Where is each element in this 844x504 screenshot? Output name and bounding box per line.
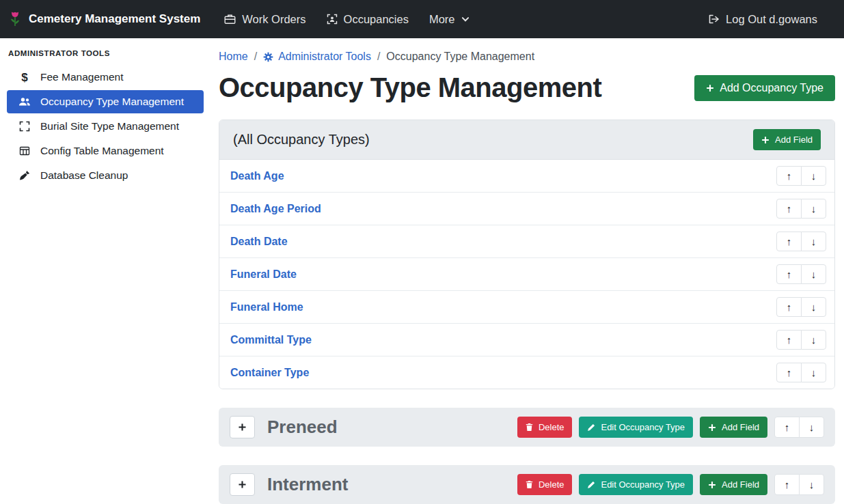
plus-icon (708, 481, 716, 489)
sidebar-header: ADMINISTRATOR TOOLS (0, 41, 210, 66)
delete-button[interactable]: Delete (517, 474, 573, 495)
brand[interactable]: Cemetery Management System (8, 11, 200, 27)
breadcrumb-admin-tools-link[interactable]: Administrator Tools (263, 51, 371, 63)
move-down-button[interactable]: ↓ (801, 232, 826, 251)
arrow-up-icon: ↑ (787, 171, 792, 181)
sidebar-item-fee-management[interactable]: $ Fee Management (7, 66, 204, 89)
breadcrumb-separator: / (377, 51, 380, 63)
trash-icon (526, 423, 533, 432)
reorder-group: ↑ ↓ (776, 264, 826, 284)
arrow-down-icon: ↓ (811, 367, 817, 378)
move-up-button[interactable]: ↑ (776, 363, 802, 382)
field-link[interactable]: Container Type (230, 367, 309, 379)
move-up-button[interactable]: ↑ (776, 166, 802, 186)
move-down-button[interactable]: ↓ (801, 199, 826, 219)
nav-work-orders[interactable]: Work Orders (214, 8, 316, 31)
chevron-down-icon (461, 15, 469, 23)
expand-plus-icon (238, 480, 247, 489)
edit-occupancy-type-button[interactable]: Edit Occupancy Type (579, 417, 693, 438)
add-occupancy-type-button[interactable]: Add Occupancy Type (694, 75, 835, 101)
move-down-button[interactable]: ↓ (801, 330, 826, 350)
dollar-icon: $ (18, 72, 31, 83)
move-up-button[interactable]: ↑ (776, 297, 802, 317)
nav-right: Log Out d.gowans (698, 8, 828, 31)
arrow-down-icon: ↓ (811, 171, 817, 181)
plus-icon (761, 136, 770, 144)
field-link[interactable]: Death Age (230, 170, 284, 182)
field-link[interactable]: Committal Type (230, 334, 312, 346)
arrow-up-icon: ↑ (787, 367, 792, 378)
move-down-button[interactable]: ↓ (801, 297, 826, 317)
arrow-up-icon: ↑ (787, 269, 792, 279)
gear-icon (263, 52, 273, 62)
edit-occupancy-type-button[interactable]: Edit Occupancy Type (579, 474, 693, 495)
field-link[interactable]: Death Date (230, 236, 288, 248)
section-title: Preneed (267, 417, 338, 438)
move-down-button[interactable]: ↓ (801, 363, 826, 382)
field-link[interactable]: Death Age Period (230, 203, 321, 215)
expand-plus-icon (238, 423, 247, 432)
sidebar-item-occupancy-type-management[interactable]: Occupancy Type Management (7, 90, 204, 113)
arrow-down-icon: ↓ (811, 204, 817, 214)
reorder-group: ↑ ↓ (774, 417, 824, 438)
main-content: Home / Administrator Tools / Occupancy T… (210, 38, 844, 504)
add-field-button[interactable]: Add Field (700, 474, 767, 495)
occupancies-icon (327, 14, 338, 25)
users-icon (18, 96, 31, 107)
section-actions: Delete Edit Occupancy Type Add Field ↑ ↓ (517, 474, 824, 495)
add-field-button[interactable]: Add Field (700, 417, 767, 438)
app-root: Cemetery Management System Work Orders O… (0, 0, 844, 504)
flower-logo-icon (8, 11, 22, 27)
nav-links: Work Orders Occupancies More (214, 8, 698, 31)
field-row: Container Type ↑ ↓ (219, 356, 834, 389)
move-down-button[interactable]: ↓ (801, 264, 826, 284)
nav-occupancies[interactable]: Occupancies (316, 8, 419, 31)
brand-title: Cemetery Management System (29, 12, 200, 26)
arrow-down-icon: ↓ (811, 236, 817, 247)
field-link[interactable]: Funeral Home (230, 301, 303, 313)
pencil-icon (587, 423, 595, 432)
card-title: (All Occupancy Types) (233, 132, 370, 148)
page-title: Occupancy Type Management (219, 72, 601, 103)
reorder-group: ↑ ↓ (776, 166, 826, 186)
move-up-button[interactable]: ↑ (776, 264, 802, 284)
arrow-up-icon: ↑ (787, 335, 792, 345)
arrow-down-icon: ↓ (809, 479, 815, 490)
breadcrumb-home-link[interactable]: Home (219, 51, 248, 63)
occupancy-type-sections: Preneed Delete Edit Occupancy Type Add F… (219, 408, 835, 504)
move-up-button[interactable]: ↑ (776, 232, 802, 251)
bounding-box-icon (18, 121, 31, 132)
sidebar-item-burial-site-type-management[interactable]: Burial Site Type Management (7, 115, 204, 138)
move-up-button[interactable]: ↑ (776, 330, 802, 350)
plus-icon (708, 423, 716, 432)
field-row: Death Age ↑ ↓ (219, 160, 834, 192)
delete-button[interactable]: Delete (517, 417, 573, 438)
reorder-group: ↑ ↓ (776, 297, 826, 317)
arrow-down-icon: ↓ (811, 302, 817, 312)
move-down-button[interactable]: ↓ (799, 474, 824, 495)
move-down-button[interactable]: ↓ (801, 166, 826, 186)
move-down-button[interactable]: ↓ (799, 417, 824, 438)
logout-link[interactable]: Log Out d.gowans (698, 8, 828, 31)
expand-button[interactable] (230, 416, 255, 438)
trash-icon (526, 480, 533, 489)
add-field-button[interactable]: Add Field (753, 129, 821, 150)
breadcrumb-separator: / (254, 51, 257, 63)
arrow-down-icon: ↓ (809, 422, 815, 432)
move-up-button[interactable]: ↑ (774, 474, 800, 495)
section-interment: Interment Delete Edit Occupancy Type Add… (219, 465, 835, 504)
reorder-group: ↑ ↓ (776, 330, 826, 350)
section-title: Interment (267, 474, 348, 495)
move-up-button[interactable]: ↑ (776, 199, 802, 219)
nav-more[interactable]: More (419, 8, 480, 31)
field-row: Death Date ↑ ↓ (219, 225, 834, 257)
move-up-button[interactable]: ↑ (774, 417, 800, 438)
logout-icon (708, 14, 720, 25)
field-link[interactable]: Funeral Date (230, 268, 297, 281)
sidebar-item-database-cleanup[interactable]: Database Cleanup (7, 164, 204, 187)
reorder-group: ↑ ↓ (774, 474, 824, 495)
expand-button[interactable] (230, 473, 255, 496)
field-row: Committal Type ↑ ↓ (219, 323, 834, 356)
reorder-group: ↑ ↓ (776, 199, 826, 219)
sidebar-item-config-table-management[interactable]: Config Table Management (7, 139, 204, 163)
